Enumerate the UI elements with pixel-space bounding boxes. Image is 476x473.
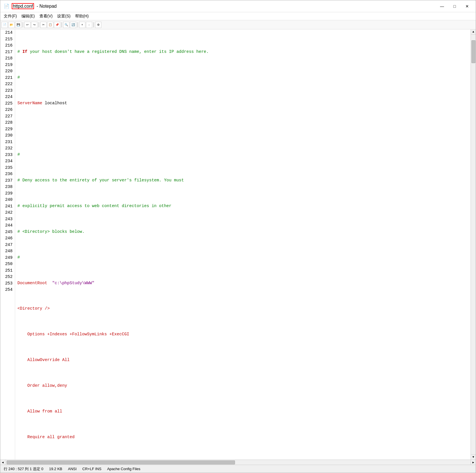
line-216: ServerName localhost xyxy=(17,100,468,107)
toolbar-open[interactable]: 📂 xyxy=(8,22,15,28)
menu-edit[interactable]: 编辑(E) xyxy=(19,13,37,19)
toolbar-cut[interactable]: ✂ xyxy=(40,22,47,28)
menu-help[interactable]: 帮助(H) xyxy=(73,13,91,19)
vertical-scrollbar[interactable]: ▲ ▼ xyxy=(471,29,476,460)
line-215: # xyxy=(17,74,468,81)
window-controls: — □ ✕ xyxy=(437,2,472,10)
toolbar-undo[interactable]: ↩ xyxy=(24,22,31,28)
notepad-window: 📄 httpd.conf - Notepad — □ ✕ 文件(F) 编辑(E)… xyxy=(0,0,476,473)
encoding: ANSI xyxy=(68,467,77,471)
toolbar-sep-5 xyxy=(93,22,94,27)
toolbar: 📄 📂 💾 ↩ ↪ ✂ 📋 📌 🔍 🔄 + - ⚙ xyxy=(0,20,476,29)
app-icon: 📄 xyxy=(4,3,9,9)
scroll-left-arrow[interactable]: ◀ xyxy=(0,460,5,465)
line-217 xyxy=(17,126,468,132)
scrollbar-thumb[interactable] xyxy=(471,40,475,63)
menu-view[interactable]: 查看(V) xyxy=(37,13,55,19)
window-title: httpd.conf - Notepad xyxy=(12,4,57,9)
toolbar-paste[interactable]: 📌 xyxy=(54,22,60,28)
cursor-position: 行 240 : 527 列 1 选定 0 xyxy=(4,466,43,472)
toolbar-redo[interactable]: ↪ xyxy=(31,22,37,28)
menu-bar: 文件(F) 编辑(E) 查看(V) 设置(S) 帮助(H) xyxy=(0,12,476,20)
scroll-right-arrow[interactable]: ▶ xyxy=(471,460,476,465)
line-224: <Directory /> xyxy=(17,305,468,312)
line-218: # xyxy=(17,151,468,158)
toolbar-replace[interactable]: 🔄 xyxy=(70,22,76,28)
line-222: # xyxy=(17,254,468,261)
line-219: # Deny access to the entirety of your se… xyxy=(17,177,468,184)
menu-settings[interactable]: 设置(S) xyxy=(55,13,73,19)
toolbar-sep-2 xyxy=(39,22,39,27)
toolbar-zoomout[interactable]: - xyxy=(86,22,92,28)
horizontal-scrollbar-thumb[interactable] xyxy=(7,460,235,464)
line-221: # <Directory> blocks below. xyxy=(17,229,468,235)
line-229: Require all granted xyxy=(17,434,468,440)
title-bar-left: 📄 httpd.conf - Notepad xyxy=(4,3,57,9)
line-214: # If your host doesn't have a registered… xyxy=(17,49,468,55)
filename-highlight: httpd.conf xyxy=(12,3,34,9)
toolbar-new[interactable]: 📄 xyxy=(1,22,8,28)
status-bar: 行 240 : 527 列 1 选定 0 19.2 KB ANSI CR+LF … xyxy=(0,465,476,473)
menu-file[interactable]: 文件(F) xyxy=(1,13,19,19)
toolbar-zoomin[interactable]: + xyxy=(79,22,85,28)
line-220: # explicitly permit access to web conten… xyxy=(17,203,468,209)
toolbar-copy[interactable]: 📋 xyxy=(47,22,53,28)
minimize-button[interactable]: — xyxy=(437,2,447,10)
line-223: DocumentRoot "c:\phpStudy\WWW" xyxy=(17,280,468,286)
toolbar-sep-4 xyxy=(77,22,78,27)
file-type: Apache Config Files xyxy=(107,467,140,471)
line-228: Allow from all xyxy=(17,408,468,415)
title-bar: 📄 httpd.conf - Notepad — □ ✕ xyxy=(0,0,476,12)
line-225: Options +Indexes +FollowSymLinks +ExecCG… xyxy=(17,331,468,338)
line-227: Order allow,deny xyxy=(17,382,468,389)
editor-area: 214 215 216 217 218 219 220 221 222 223 … xyxy=(0,29,476,460)
toolbar-settings[interactable]: ⚙ xyxy=(95,22,101,28)
scroll-down-arrow[interactable]: ▼ xyxy=(471,454,476,460)
toolbar-save[interactable]: 💾 xyxy=(15,22,21,28)
scroll-up-arrow[interactable]: ▲ xyxy=(471,29,476,35)
horizontal-scrollbar[interactable]: ◀ ▶ xyxy=(0,460,476,465)
close-button[interactable]: ✕ xyxy=(462,2,472,10)
maximize-button[interactable]: □ xyxy=(449,2,460,10)
toolbar-sep-1 xyxy=(23,22,23,27)
toolbar-sep-3 xyxy=(61,22,62,27)
toolbar-find[interactable]: 🔍 xyxy=(63,22,69,28)
file-size: 19.2 KB xyxy=(49,467,62,471)
line-226: AllowOverride All xyxy=(17,357,468,363)
code-content[interactable]: # If your host doesn't have a registered… xyxy=(15,29,471,460)
line-numbers: 214 215 216 217 218 219 220 221 222 223 … xyxy=(0,29,15,460)
line-ending: CR+LF INS xyxy=(82,467,101,471)
